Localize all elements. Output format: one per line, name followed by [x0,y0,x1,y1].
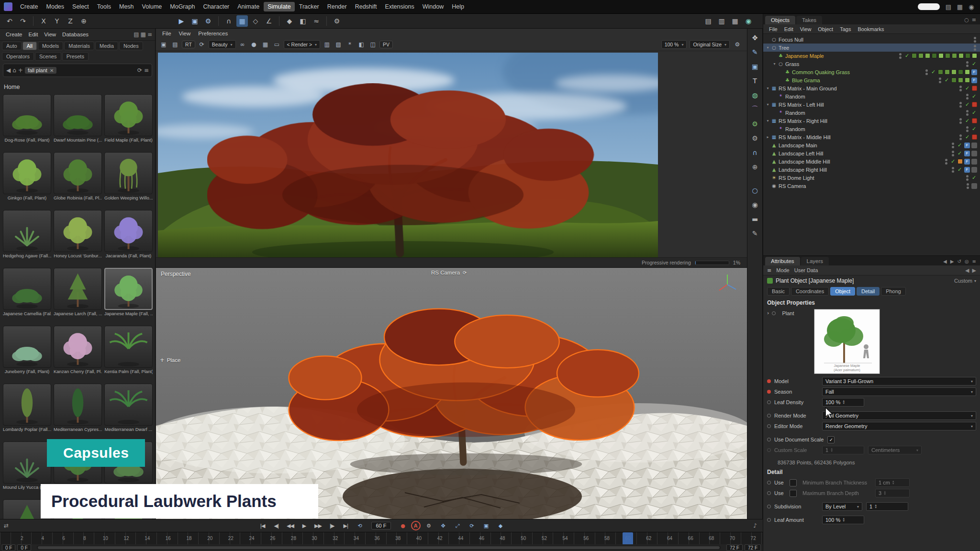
object-row-focus-null[interactable]: ○Focus Null [763,35,980,44]
user-icon[interactable]: ◉ [967,3,976,11]
brush-icon[interactable]: ○ [749,184,761,196]
nav-back-icon[interactable]: ◀ [965,267,969,274]
menu-redshift[interactable]: Redshift [351,2,381,11]
menu-help[interactable]: Help [448,2,468,11]
render-mode-select[interactable]: Full Geometry▾ [822,411,976,420]
expander-icon[interactable]: ▸ [765,135,770,139]
cube-primitive-icon[interactable]: ▣ [749,60,761,72]
visibility-dots[interactable] [899,53,902,59]
forward-icon[interactable]: ▶ [950,259,954,264]
leaf-density-field[interactable]: 100 %▲▼ [822,398,864,407]
browser-menu-icon[interactable]: ≡ [144,67,149,74]
redshift-tag-icon[interactable] [972,118,977,123]
key-pla-toggle[interactable]: ◆ [494,521,507,530]
range-end-field-0[interactable]: 72 F [726,544,743,551]
list-view-icon[interactable]: ≡ [147,31,152,38]
nav-forward-icon[interactable]: ▶ [972,267,976,274]
generic-tag-icon[interactable] [971,167,977,173]
asset-item-kentia-palm-fall-plant[interactable]: Kentia Palm (Fall, Plant) [104,326,153,375]
menu-icon[interactable]: ≡ [972,259,976,264]
play-button[interactable]: ▶ [298,521,310,530]
tab-attributes[interactable]: Attributes [765,257,800,265]
keyframe-dot[interactable] [772,311,776,315]
loop-button[interactable]: ⟲ [353,521,366,530]
enabled-check-icon[interactable]: ✓ [957,142,963,148]
enabled-check-icon[interactable]: ✓ [957,150,963,156]
compare-ab-icon[interactable]: ◧ [356,40,366,49]
material-tag-icon[interactable] [951,69,957,75]
object-row-rs-matrix-middle-hill[interactable]: ▸▦RS Matrix - Middle Hill✓ [763,133,980,141]
object-row-blue-grama[interactable]: ♣Blue Grama✓F [763,76,980,84]
object-row-grass[interactable]: ▾○Grass✓ [763,60,980,68]
enabled-check-icon[interactable]: ✓ [971,61,977,67]
perspective-viewport[interactable]: Perspective RS Camera ⟳ + Place [156,268,747,519]
keyframe-dot[interactable] [767,424,771,428]
generic-tag-icon[interactable] [971,143,977,148]
visibility-dots[interactable] [939,77,941,83]
range-end-field-1[interactable]: 72 F [745,544,761,551]
field-tag-icon[interactable]: F [964,143,970,148]
account-icon[interactable]: ◉ [743,15,754,27]
visibility-dots[interactable] [952,167,954,173]
asset-item-golden-weeping-willo[interactable]: Golden Weeping Willo... [104,152,153,202]
menu-tracker[interactable]: Tracker [295,2,323,11]
field-tag-icon[interactable]: F [964,151,970,156]
enabled-check-icon[interactable]: ✓ [971,126,977,132]
enabled-check-icon[interactable]: ✓ [971,175,977,181]
material-tag-icon[interactable] [951,77,957,83]
layout-b-icon[interactable]: ▦ [955,3,965,11]
sphere-icon[interactable]: ◍ [749,89,761,101]
menu-select[interactable]: Select [68,2,93,11]
object-row-random[interactable]: *Random✓ [763,109,980,117]
render-picture-viewer-button[interactable]: ▣ [189,15,200,27]
filter-tab-operators[interactable]: Operators [2,52,34,61]
size-select[interactable]: Original Size▾ [690,40,730,49]
object-row-common-quaking-grass[interactable]: ♣Common Quaking Grass✓F [763,68,980,76]
material-tag-icon[interactable] [958,77,963,83]
om-menu-file[interactable]: File [766,26,780,33]
magnet-icon[interactable]: ∩ [223,15,234,27]
expander-icon[interactable]: ▾ [772,62,777,66]
menu-simulate[interactable]: Simulate [264,2,295,11]
field-tag-icon[interactable]: F [971,69,977,75]
keyframe-dot[interactable] [767,491,771,495]
asset-menu-view[interactable]: View [41,31,59,38]
enabled-check-icon[interactable]: ✓ [971,110,977,116]
axis-lock-icon[interactable]: ⊕ [749,161,761,173]
magnet-icon[interactable]: ∩ [749,146,761,158]
editor-mode-select[interactable]: Render Geometry▾ [822,422,976,430]
asset-search-bar[interactable]: ◀ ⌂ + fall plant ✕ ⟳ ≡ [3,64,152,77]
range-start-field-1[interactable]: 0 F [17,544,31,551]
save-image-icon[interactable]: ▣ [159,40,168,49]
generic-tag-icon[interactable] [971,159,977,165]
redshift-tag-icon[interactable] [972,102,977,107]
history-icon[interactable]: ↺ [957,259,961,264]
chevron-down-icon[interactable]: ▾ [974,279,976,283]
enabled-check-icon[interactable]: ✓ [957,166,963,173]
move-axis-icon[interactable]: ✥ [749,32,761,44]
enabled-check-icon[interactable]: ✓ [944,77,950,83]
visibility-dots[interactable] [945,159,947,165]
workplane-icon[interactable]: ◇ [250,15,261,27]
visibility-dots[interactable] [959,86,962,91]
camera-rotate-icon[interactable]: ⟳ [463,270,467,276]
menu-modes[interactable]: Modes [43,2,68,11]
search-icon[interactable]: ○ [964,17,969,23]
next-frame-button[interactable]: ▶▶ [312,521,324,530]
keyframe-dot[interactable] [767,438,771,441]
keyframe-settings-icon[interactable]: ⚙ [423,521,435,530]
denoise-icon[interactable]: * [345,40,355,49]
keyframe-dot[interactable] [767,379,771,383]
range-scrollbar[interactable] [37,546,721,550]
render-view-button[interactable]: ▶ [176,15,187,27]
menu-mesh[interactable]: Mesh [115,2,138,11]
menu-volume[interactable]: Volume [138,2,166,11]
snap-grid-icon[interactable]: ▦ [236,15,248,27]
camera-icon[interactable]: ◉ [749,198,761,210]
asset-menu-databases[interactable]: Databases [59,31,91,38]
menu-mograph[interactable]: MoGraph [166,2,199,11]
material-tag-icon[interactable] [925,53,930,58]
goto-start-button[interactable]: |◀ [256,521,268,530]
axis-x-toggle[interactable]: X [38,15,49,27]
use-document-scale-checkbox[interactable]: ✓ [827,436,835,443]
